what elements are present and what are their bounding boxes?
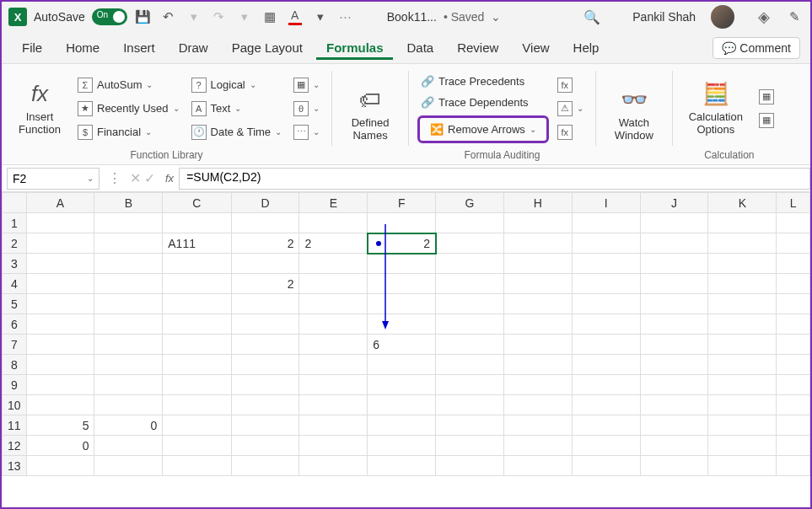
saved-dropdown-icon[interactable]: ⌄ — [491, 10, 501, 24]
cell-G13[interactable] — [436, 456, 504, 476]
row-header-2[interactable]: 2 — [3, 233, 27, 254]
cell-I12[interactable] — [572, 436, 640, 456]
cell-C3[interactable] — [163, 254, 231, 274]
trace-precedents-button[interactable]: 🔗Trace Precedents — [417, 73, 549, 89]
diamond-icon[interactable]: ◈ — [758, 8, 770, 26]
row-header-7[interactable]: 7 — [3, 335, 27, 355]
tab-view[interactable]: View — [512, 35, 559, 60]
cell-C4[interactable] — [163, 274, 231, 294]
tab-home[interactable]: Home — [56, 35, 110, 60]
col-header-E[interactable]: E — [299, 193, 368, 213]
cell-J7[interactable] — [640, 335, 708, 355]
autosum-button[interactable]: ΣAutoSum⌄ — [74, 76, 183, 94]
cell-D1[interactable] — [231, 213, 299, 233]
col-header-K[interactable]: K — [708, 193, 777, 213]
cell-B11[interactable]: 0 — [94, 415, 163, 436]
cell-C11[interactable] — [163, 415, 231, 436]
col-header-A[interactable]: A — [26, 193, 94, 213]
cell-C13[interactable] — [163, 456, 231, 476]
cell-B4[interactable] — [94, 274, 163, 294]
cell-G5[interactable] — [436, 294, 504, 314]
cell-J13[interactable] — [640, 456, 708, 476]
tab-help[interactable]: Help — [563, 35, 610, 60]
cell-F10[interactable] — [368, 395, 436, 415]
cell-E4[interactable] — [299, 274, 368, 294]
cell-H2[interactable] — [503, 233, 572, 254]
cell-E12[interactable] — [299, 436, 368, 456]
row-header-5[interactable]: 5 — [3, 294, 27, 314]
trace-dependents-button[interactable]: 🔗Trace Dependents — [417, 94, 549, 110]
cell-I11[interactable] — [572, 415, 640, 436]
qa-overflow-icon[interactable]: ⋯ — [336, 8, 355, 26]
cell-J8[interactable] — [640, 355, 708, 375]
cell-H7[interactable] — [503, 335, 572, 355]
cell-K5[interactable] — [708, 294, 777, 314]
cell-D5[interactable] — [231, 294, 299, 314]
autosave-toggle[interactable]: On — [92, 8, 127, 25]
quick-access-icon[interactable]: ▦ — [261, 8, 279, 26]
cell-E3[interactable] — [299, 254, 368, 274]
tab-file[interactable]: File — [12, 35, 52, 60]
cell-K7[interactable] — [708, 335, 777, 355]
enter-formula-icon[interactable]: ✓ — [144, 170, 155, 186]
cell-J3[interactable] — [640, 254, 708, 274]
cell-E13[interactable] — [299, 456, 368, 476]
cell-G4[interactable] — [436, 274, 504, 294]
lookup-button[interactable]: ▦⌄ — [290, 76, 323, 94]
calc-now-button[interactable]: ▦ — [756, 88, 777, 106]
tab-page-layout[interactable]: Page Layout — [222, 35, 313, 60]
col-header-B[interactable]: B — [94, 193, 163, 213]
cell-J11[interactable] — [640, 415, 708, 436]
cell-J12[interactable] — [640, 436, 708, 456]
cell-A12[interactable]: 0 — [26, 436, 94, 456]
cell-D12[interactable] — [231, 436, 299, 456]
cell-K2[interactable] — [708, 233, 777, 254]
cell-I5[interactable] — [572, 294, 640, 314]
cell-K1[interactable] — [708, 213, 777, 233]
cell-H1[interactable] — [503, 213, 572, 233]
cell-G11[interactable] — [436, 415, 504, 436]
cell-I13[interactable] — [572, 456, 640, 476]
cell-K6[interactable] — [708, 314, 777, 335]
cell-L3[interactable] — [777, 254, 810, 274]
cell-F2[interactable]: 2 — [368, 233, 436, 254]
evaluate-formula-button[interactable]: fx — [554, 123, 587, 142]
cell-L5[interactable] — [777, 294, 810, 314]
cell-I2[interactable] — [572, 233, 640, 254]
cell-E2[interactable]: 2 — [299, 233, 368, 254]
name-box-dropdown-icon[interactable]: ⌄ — [87, 174, 94, 183]
remove-arrows-button[interactable]: 🔀Remove Arrows⌄ — [427, 121, 540, 137]
cell-E11[interactable] — [299, 415, 368, 436]
cell-A5[interactable] — [26, 294, 94, 314]
cell-D2[interactable]: 2 — [231, 233, 299, 254]
cell-J5[interactable] — [640, 294, 708, 314]
cell-I9[interactable] — [572, 375, 640, 395]
cell-D4[interactable]: 2 — [231, 274, 299, 294]
cell-F8[interactable] — [368, 355, 436, 375]
defined-names-button[interactable]: 🏷 Defined Names — [341, 69, 400, 159]
cell-E7[interactable] — [299, 335, 368, 355]
cell-G10[interactable] — [436, 395, 504, 415]
more-functions-button[interactable]: ⋯⌄ — [290, 123, 323, 142]
cell-J1[interactable] — [640, 213, 708, 233]
cell-L10[interactable] — [777, 395, 810, 415]
cell-G12[interactable] — [436, 436, 504, 456]
cell-L8[interactable] — [777, 355, 810, 375]
cell-F12[interactable] — [368, 436, 436, 456]
cell-B13[interactable] — [94, 456, 163, 476]
cell-F3[interactable] — [368, 254, 436, 274]
save-icon[interactable]: 💾 — [134, 8, 153, 26]
tab-data[interactable]: Data — [396, 35, 444, 60]
cell-H10[interactable] — [503, 395, 572, 415]
cell-I8[interactable] — [572, 355, 640, 375]
cell-A3[interactable] — [26, 254, 94, 274]
watch-window-button[interactable]: 👓 Watch Window — [605, 69, 664, 159]
cell-J6[interactable] — [640, 314, 708, 335]
logical-button[interactable]: ?Logical⌄ — [188, 76, 286, 94]
cell-D7[interactable] — [231, 335, 299, 355]
cell-C5[interactable] — [163, 294, 231, 314]
error-checking-button[interactable]: ⚠⌄ — [554, 99, 587, 118]
cell-L9[interactable] — [777, 375, 810, 395]
col-header-J[interactable]: J — [640, 193, 708, 213]
row-header-10[interactable]: 10 — [3, 395, 27, 415]
